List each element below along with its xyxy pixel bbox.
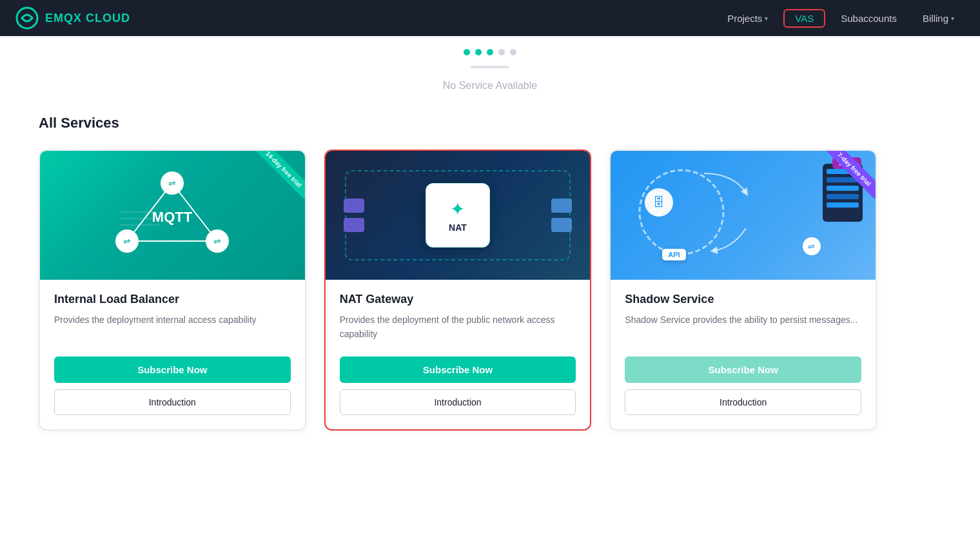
ribbon-7day: 7-day free trial — [818, 151, 876, 209]
nav-billing[interactable]: Billing ▾ — [912, 9, 965, 28]
card-internal-load-balancer: ⇌ ⇌ ⇌ MQTT 14-day free trial — [39, 150, 306, 431]
header: EMQX CLOUD Projects ▾ VAS Subaccounts Bi… — [0, 0, 980, 36]
svg-text:⇌: ⇌ — [213, 236, 221, 246]
card-title-load-balancer: Internal Load Balancer — [54, 293, 291, 306]
cards-grid: ⇌ ⇌ ⇌ MQTT 14-day free trial — [39, 150, 877, 431]
nat-chip-2 — [344, 218, 364, 232]
introduction-button-lb[interactable]: Introduction — [54, 389, 291, 415]
card-shadow-service: 🗄 Topic API ⇌ — [609, 150, 877, 431]
svg-text:MQTT: MQTT — [152, 209, 193, 225]
nat-label: NAT — [449, 222, 467, 233]
main-content: No Service Available All Services — [0, 36, 980, 546]
introduction-button-nat[interactable]: Introduction — [340, 389, 576, 415]
card-body-load-balancer: Internal Load Balancer Provides the depl… — [40, 280, 305, 429]
card-image-mqtt: ⇌ ⇌ ⇌ MQTT 14-day free trial — [40, 151, 305, 280]
card-image-shadow: 🗄 Topic API ⇌ — [611, 151, 876, 280]
arrow-node: ⇌ — [803, 237, 821, 255]
nat-chip-1 — [344, 199, 364, 213]
svg-text:⇌: ⇌ — [123, 236, 131, 246]
nav-area: Projects ▾ VAS Subaccounts Billing ▾ — [717, 9, 965, 28]
logo-icon — [15, 6, 39, 30]
nat-chip-alt-1 — [551, 199, 572, 213]
card-body-nat: NAT Gateway Provides the deployment of t… — [326, 280, 591, 429]
logo-area[interactable]: EMQX CLOUD — [15, 6, 130, 30]
nat-chip-alt-2 — [551, 218, 572, 232]
card-desc-nat: Provides the deployment of the public ne… — [340, 313, 576, 344]
subscribe-now-button-shadow[interactable]: Subscribe Now — [625, 356, 861, 383]
card-title-shadow: Shadow Service — [625, 293, 861, 306]
dot-4 — [498, 49, 505, 55]
nat-center-box: ✦ NAT — [426, 183, 490, 248]
section-title: All Services — [39, 115, 941, 132]
card-title-nat: NAT Gateway — [340, 293, 576, 306]
dot-2 — [475, 49, 482, 55]
shadow-diagram-svg: 🗄 — [611, 151, 778, 267]
api-badge: API — [662, 249, 685, 260]
ribbon-text-shadow: 7-day free trial — [825, 151, 876, 199]
card-desc-shadow: Shadow Service provides the ability to p… — [625, 313, 861, 344]
dot-1 — [464, 49, 470, 55]
no-service-label: No Service Available — [0, 68, 980, 115]
card-nat-gateway: ✦ NAT NAT Gateway Provides the deploymen… — [324, 150, 592, 431]
nat-right-chips — [551, 199, 572, 232]
mqtt-diagram-svg: ⇌ ⇌ ⇌ MQTT — [108, 167, 237, 264]
nav-projects[interactable]: Projects ▾ — [717, 9, 778, 28]
nav-vas-label: VAS — [795, 13, 814, 24]
nav-projects-label: Projects — [727, 13, 762, 24]
ribbon-text: 14-day free trial — [253, 151, 304, 199]
svg-text:⇌: ⇌ — [168, 178, 176, 188]
nav-billing-label: Billing — [923, 13, 948, 24]
card-image-nat: ✦ NAT — [326, 151, 591, 280]
dot-5 — [510, 49, 516, 55]
carousel-dots — [0, 36, 980, 62]
introduction-button-shadow[interactable]: Introduction — [625, 389, 861, 415]
all-services-section: All Services — [0, 115, 980, 456]
nat-icon: ✦ — [450, 199, 465, 220]
ribbon-free-trial: 14-day free trial — [247, 151, 305, 209]
card-body-shadow: Shadow Service Shadow Service provides t… — [611, 280, 876, 429]
logo-text: EMQX CLOUD — [45, 12, 130, 25]
nav-vas[interactable]: VAS — [783, 9, 825, 28]
card-desc-load-balancer: Provides the deployment internal access … — [54, 313, 291, 344]
nav-subaccounts-label: Subaccounts — [841, 13, 897, 24]
nav-subaccounts[interactable]: Subaccounts — [830, 9, 907, 28]
subscribe-now-button-lb[interactable]: Subscribe Now — [54, 356, 291, 383]
nat-left-chips — [344, 199, 364, 232]
chevron-down-icon-billing: ▾ — [951, 15, 954, 22]
subscribe-now-button-nat[interactable]: Subscribe Now — [340, 356, 576, 383]
svg-text:🗄: 🗄 — [653, 196, 665, 209]
svg-point-0 — [17, 8, 37, 28]
chevron-down-icon: ▾ — [765, 15, 768, 22]
dot-3 — [487, 49, 493, 55]
